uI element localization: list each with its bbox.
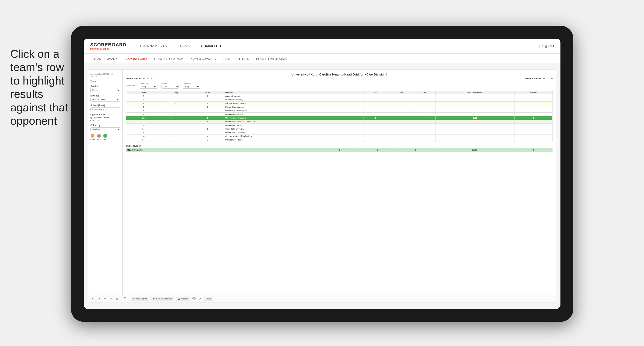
cell-reg: - [160, 127, 191, 131]
tab-team-summary[interactable]: TEAM SUMMARY [90, 55, 121, 63]
cell-rank: 11 [126, 116, 161, 120]
table-row[interactable]: 14-1Texas Tech University [126, 127, 552, 131]
share-label: Share [206, 298, 211, 300]
table-row[interactable]: 15-2University of Oklahoma [126, 131, 552, 134]
cell-reg: - [160, 102, 191, 105]
cell-opponent: Texas Tech University [224, 127, 364, 131]
nav-tournaments[interactable]: TOURNAMENTS [139, 43, 167, 49]
table-row[interactable]: 16-4Georgia Institute of Technology [126, 134, 552, 138]
share-icon-btn[interactable]: ↗ [198, 297, 202, 301]
conference-select[interactable]: (All) [140, 85, 157, 89]
gender-select[interactable]: Men's [90, 88, 120, 92]
cell-conf: 2 [191, 109, 224, 113]
cell-win: 3 [364, 116, 387, 120]
col-rounds: Rounds [515, 91, 552, 94]
cell-tie: 0 [415, 116, 436, 120]
redo-icon[interactable]: ↪ [97, 297, 101, 301]
cell-tie [415, 138, 436, 142]
clock-icon[interactable]: ⏰ [123, 297, 127, 301]
save-custom-btn[interactable]: 💾 Save Custom View [151, 297, 174, 301]
table-row[interactable]: 2-1Auburn University [126, 94, 552, 98]
share-btn[interactable]: Share [204, 297, 213, 301]
radio-dot-2 [90, 120, 92, 121]
zoom-icon[interactable]: ⊕ [115, 297, 119, 301]
cell-rank: 16 [126, 134, 161, 138]
cell-rank: 15 [126, 131, 161, 134]
watch-btn[interactable]: 🔔 Watch ▾ [176, 297, 190, 301]
refresh-icon[interactable]: ⟳ [109, 297, 113, 301]
cell-tie [415, 131, 436, 134]
division-record: Division Record: 88 - 17 - 0 [525, 77, 552, 80]
table-row[interactable]: 13-3University of Virginia [126, 124, 552, 127]
team-label: Team [90, 80, 120, 82]
cell-loss [387, 120, 415, 124]
cell-loss [387, 124, 415, 127]
nav-teams[interactable]: TEAMS [178, 43, 190, 49]
region-select[interactable]: (All) [162, 85, 179, 89]
cell-win [364, 120, 387, 124]
table-row[interactable]: 4-1Arizona State University [126, 102, 552, 105]
table-row[interactable]: 12-6University of Arkansas, Fayetteville [126, 120, 552, 124]
out-of-division-section: Out of division NCAA Division II 1 0 0 2… [126, 145, 552, 152]
cell-win [364, 127, 387, 131]
tab-team-h2h-heatmap[interactable]: TEAM H2H HEATMAP [150, 55, 186, 63]
school-value[interactable]: University of Nort... [90, 107, 120, 111]
table-row[interactable]: 11-5University of Alabama3002.618 [126, 116, 552, 120]
legend-up: Up [103, 134, 107, 140]
cell-diff [436, 124, 515, 127]
cell-tie [415, 124, 436, 127]
dashboard-frame: Last Updated: 27/03/2024 16:55:38 Team G… [88, 69, 556, 303]
comment-icon[interactable]: 💬 [192, 297, 196, 301]
radio-top100[interactable]: Top 100 [90, 119, 120, 122]
cell-conf: 2 [191, 105, 224, 109]
tab-player-h2h-heatmap[interactable]: PLAYER H2H HEATMAP [253, 55, 292, 63]
cell-diff [436, 138, 515, 142]
cell-loss [387, 138, 415, 142]
table-row[interactable]: 6-2Florida State University [126, 105, 552, 109]
filter-opponent: Opponent (All) [183, 82, 200, 89]
tab-player-summary[interactable]: PLAYER SUMMARY [186, 55, 220, 63]
tab-player-h2h-grid[interactable]: PLAYER H2H GRID [220, 55, 253, 63]
undo-icon[interactable]: ↩ [91, 297, 95, 301]
cell-win [364, 131, 387, 134]
legend-dot-up [103, 134, 107, 138]
cell-rounds: 8 [515, 116, 552, 120]
cell-reg: - [160, 94, 191, 98]
cell-tie [415, 120, 436, 124]
table-row[interactable]: 17-3University of Florida [126, 138, 552, 142]
cell-reg: - [160, 109, 191, 113]
colour-select[interactable]: Win/loss [90, 127, 120, 131]
last-updated: Last Updated: 27/03/2024 [90, 73, 113, 75]
cell-conf: 2 [191, 98, 224, 102]
cell-rank: 9 [126, 113, 161, 116]
cell-opponent: Florida State University [224, 105, 364, 109]
dash-bottom: ↩ ↪ ↺ ⟳ ⊕ ⏰ 👁 View: Original 💾 Save Cust… [88, 295, 556, 302]
cell-conf: 3 [191, 124, 224, 127]
col-opponent: Opponent [224, 91, 364, 94]
table-body: 2-1Auburn University3-2Vanderbilt Univer… [126, 94, 552, 142]
legend-level: Level [97, 134, 101, 140]
cell-diff [436, 131, 515, 134]
division-select[interactable]: NCAA Division I [90, 98, 120, 102]
cell-opponent: University of Virginia [224, 124, 364, 127]
legend-label-level: Level [97, 138, 101, 140]
legend-label-up: Up [104, 138, 106, 140]
separator: | [539, 44, 540, 48]
logo-scoreboard: SCOREBOARD [90, 42, 126, 48]
logo-area: SCOREBOARD Powered by clippd [90, 42, 126, 50]
table-row[interactable]: 9-3University of Arizona [126, 113, 552, 116]
cell-rank: 3 [126, 98, 161, 102]
reset-icon[interactable]: ↺ [103, 297, 107, 301]
radio-opponents-played[interactable]: Opponents Played [90, 117, 120, 119]
table-row[interactable]: 8-2University of Washington [126, 109, 552, 113]
sign-out-link[interactable]: Sign out [542, 44, 554, 48]
cell-loss [387, 131, 415, 134]
out-of-division-row[interactable]: NCAA Division II 1 0 0 26.00 3 [126, 148, 552, 152]
nav-committee[interactable]: COMMITTEE [201, 43, 222, 49]
opp-label: Opponent [183, 82, 200, 84]
dash-body: Last Updated: 27/03/2024 16:55:38 Team G… [88, 70, 556, 295]
view-original-btn[interactable]: 👁 View: Original [131, 297, 149, 301]
opponent-select[interactable]: (All) [183, 85, 200, 89]
table-row[interactable]: 3-2Vanderbilt University [126, 98, 552, 102]
tab-team-h2h-grid[interactable]: TEAM H2H GRID [121, 55, 150, 63]
